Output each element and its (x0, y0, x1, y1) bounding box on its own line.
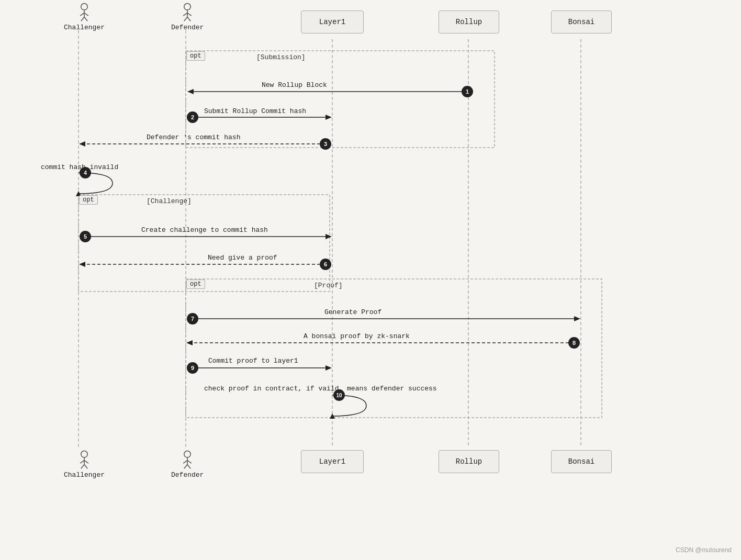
svg-point-46 (81, 4, 88, 10)
msg-label-3: Defender 's commit hash (147, 133, 240, 141)
svg-point-52 (184, 4, 191, 10)
svg-text:1: 1 (466, 88, 469, 95)
layer1-label-bottom: Layer1 (319, 457, 345, 466)
actor-challenger-bottom: Challenger (64, 450, 105, 479)
svg-marker-9 (187, 89, 194, 94)
svg-text:8: 8 (572, 340, 576, 346)
svg-marker-13 (325, 115, 332, 120)
opt-label-1: opt (186, 51, 205, 61)
svg-marker-24 (325, 234, 332, 239)
actor-bonsai-top: Bonsai (551, 10, 612, 33)
msg-label-8: A bonsai proof by zk-snark (304, 332, 410, 340)
bonsai-label-bottom: Bonsai (568, 457, 594, 466)
svg-line-55 (187, 13, 192, 16)
actor-defender-top: Defender (171, 3, 204, 31)
svg-rect-6 (78, 195, 330, 292)
diagram: 1 2 3 4 5 6 7 (0, 0, 741, 560)
svg-line-51 (84, 17, 87, 21)
svg-line-48 (80, 13, 84, 16)
opt-title-1: [Submission] (256, 53, 306, 61)
watermark: CSDN @mutourend (676, 546, 732, 554)
msg-label-9: Commit proof to layer1 (208, 357, 298, 365)
svg-text:2: 2 (191, 114, 194, 120)
svg-line-69 (187, 464, 190, 468)
svg-marker-36 (186, 340, 193, 345)
defender-icon-bottom (178, 450, 197, 469)
opt-label-3: opt (186, 279, 205, 289)
svg-marker-28 (79, 262, 85, 267)
msg-label-5: Create challenge to commit hash (141, 226, 268, 234)
svg-text:5: 5 (84, 233, 87, 240)
svg-text:7: 7 (191, 316, 194, 322)
svg-line-62 (81, 464, 84, 468)
challenger-icon-bottom (75, 450, 94, 469)
svg-line-67 (187, 461, 192, 463)
svg-text:10: 10 (336, 393, 342, 398)
msg-label-6: Need give a proof (208, 254, 277, 262)
svg-marker-17 (79, 141, 85, 147)
actor-layer1-top: Layer1 (301, 10, 364, 33)
svg-point-58 (81, 451, 88, 458)
svg-line-68 (184, 464, 187, 468)
msg-label-2: Submit Rollup Commit hash (204, 107, 306, 115)
msg-label-10: check proof in contract, if vaild, means… (204, 385, 437, 393)
rollup-label-top: Rollup (456, 18, 482, 26)
actor-rollup-bottom: Rollup (439, 450, 499, 473)
bonsai-label-top: Bonsai (568, 18, 594, 26)
msg-label-4: commit hash invaild (41, 163, 118, 171)
actor-defender-bottom: Defender (171, 450, 204, 479)
svg-point-64 (184, 451, 191, 458)
challenger-icon-top (75, 3, 94, 21)
svg-line-63 (84, 464, 87, 468)
svg-line-50 (81, 17, 84, 21)
rollup-label-bottom: Rollup (456, 457, 482, 466)
svg-rect-7 (186, 279, 602, 418)
svg-text:9: 9 (191, 365, 194, 371)
opt-title-3: [Proof] (314, 282, 343, 289)
svg-text:6: 6 (324, 261, 327, 267)
svg-marker-40 (325, 365, 332, 371)
layer1-label-top: Layer1 (319, 18, 345, 26)
defender-label-top: Defender (171, 24, 204, 31)
opt-label-2: opt (79, 195, 98, 205)
defender-icon-top (178, 3, 197, 21)
defender-label-bottom: Defender (171, 471, 204, 479)
actor-bonsai-bottom: Bonsai (551, 450, 612, 473)
svg-text:3: 3 (324, 141, 327, 147)
sequence-diagram-svg: 1 2 3 4 5 6 7 (0, 0, 741, 560)
svg-marker-32 (574, 316, 580, 321)
actor-challenger-top: Challenger (64, 3, 105, 31)
actor-rollup-top: Rollup (439, 10, 499, 33)
svg-line-66 (183, 461, 187, 463)
svg-line-49 (84, 13, 88, 16)
actor-layer1-bottom: Layer1 (301, 450, 364, 473)
svg-line-60 (80, 461, 84, 463)
svg-line-56 (184, 17, 187, 21)
challenger-label-bottom: Challenger (64, 471, 105, 479)
svg-line-57 (187, 17, 190, 21)
svg-line-61 (84, 461, 88, 463)
msg-label-7: Generate Proof (324, 308, 381, 316)
msg-label-1: New Rollup Block (262, 81, 327, 89)
opt-title-2: [Challenge] (147, 197, 192, 205)
challenger-label-top: Challenger (64, 24, 105, 31)
svg-line-54 (183, 13, 187, 16)
